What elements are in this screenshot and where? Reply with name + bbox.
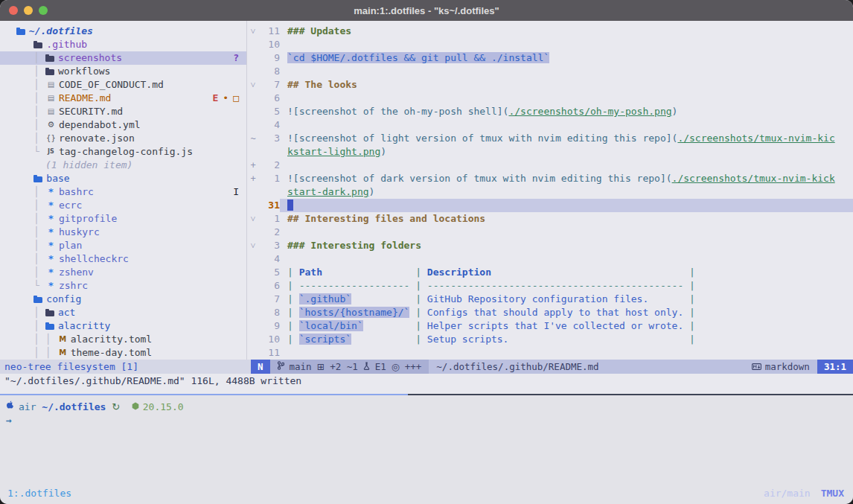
- editor-line[interactable]: 9`cd $HOME/.dotfiles && git pull && ./in…: [247, 51, 853, 65]
- editor-line[interactable]: ˅3### Interesting folders: [247, 239, 853, 252]
- editor-line-text: `cd $HOME/.dotfiles && git pull && ./ins…: [280, 51, 853, 65]
- tree-row[interactable]: │ workflows: [0, 65, 246, 78]
- tree-guides: │: [10, 105, 45, 118]
- tree-row[interactable]: │ ▤CODE_OF_CONDUCT.md: [0, 78, 246, 92]
- editor-line[interactable]: 6| ------------------- | ---------------…: [247, 279, 853, 293]
- tree-row[interactable]: │ *ecrc: [0, 199, 246, 212]
- editor-line-text: | `.github` | GitHub Repository configur…: [280, 293, 853, 306]
- tree-item-label: renovate.json: [59, 132, 135, 145]
- syntax-segment: ./screenshots/tmux-nvim-kic: [677, 133, 834, 144]
- tree-row[interactable]: │ │ Malacritty.toml: [0, 333, 246, 346]
- editor-line[interactable]: 7| `.github` | GitHub Repository configu…: [247, 293, 853, 306]
- editor-line[interactable]: 5| Path | Description |: [247, 266, 853, 279]
- syntax-segment: |: [683, 307, 695, 318]
- shell-pane[interactable]: air ~/.dotfiles ↻ 20.15.0 →: [0, 395, 853, 482]
- editor-line-text: ![screenshot of light version of tmux wi…: [280, 132, 853, 145]
- line-number: 7: [259, 78, 280, 92]
- editor-line[interactable]: ˅7## The looks: [247, 78, 853, 92]
- fold-column: [247, 346, 259, 360]
- tree-item-label: CODE_OF_CONDUCT.md: [59, 78, 164, 92]
- tree-row[interactable]: │ *huskyrc: [0, 226, 246, 239]
- tree-item-label: plan: [59, 239, 82, 252]
- statusline-filepath: ~/.dotfiles/.github/README.md: [429, 360, 744, 374]
- editor-line[interactable]: 4: [247, 118, 853, 132]
- editor-line[interactable]: 31: [247, 199, 853, 212]
- editor-line[interactable]: kstart-light.png): [247, 145, 853, 159]
- tree-row[interactable]: config: [0, 293, 246, 306]
- tree-row[interactable]: base: [0, 172, 246, 185]
- folder-icon: [45, 324, 54, 330]
- tree-row[interactable]: (1 hidden item): [0, 159, 246, 172]
- line-number: 1: [259, 172, 280, 185]
- fold-column: [247, 333, 259, 346]
- tmux-session-tab[interactable]: 1:.dotfiles: [7, 488, 71, 499]
- tree-row[interactable]: │ screenshots?: [0, 51, 246, 65]
- editor-line[interactable]: ˅1## Interesting files and locations: [247, 212, 853, 226]
- cmdline-message: "~/.dotfiles/.github/README.md" 116L, 44…: [0, 374, 853, 394]
- editor-line[interactable]: 10| `scripts` | Setup scripts. |: [247, 333, 853, 346]
- editor-line-text: kstart-light.png): [280, 145, 853, 159]
- tree-guides: │: [10, 266, 45, 279]
- tree-row[interactable]: │ *plan: [0, 239, 246, 252]
- node-icon: [132, 401, 139, 414]
- prompt-arrow[interactable]: →: [6, 414, 12, 427]
- tree-item-label: config: [46, 293, 81, 306]
- syntax-segment: |: [648, 293, 695, 304]
- fold-column: [247, 118, 259, 132]
- editor-buffer: ˅11### Updates109`cd $HOME/.dotfiles && …: [247, 21, 853, 360]
- lualine-statusline: N main ⊞ +2 ~1 E1 ◎ +++ ~/.dotfiles/.git…: [251, 360, 853, 374]
- tree-item-label: act: [58, 306, 75, 319]
- editor-line[interactable]: 10: [247, 38, 853, 51]
- editor-line[interactable]: 2: [247, 226, 853, 239]
- tree-row[interactable]: │ ▤README.mdE•□: [0, 92, 246, 105]
- editor-line[interactable]: 6: [247, 92, 853, 105]
- tree-row[interactable]: │ *bashrcI: [0, 185, 246, 199]
- tree-row[interactable]: ~/.dotfiles: [0, 25, 246, 38]
- fold-marker-icon[interactable]: ˅: [247, 78, 259, 92]
- tree-row[interactable]: │ *zshenv: [0, 266, 246, 279]
- line-number: 8: [259, 306, 280, 319]
- tree-row[interactable]: │ {}renovate.json: [0, 132, 246, 145]
- tree-guides: │: [10, 212, 45, 226]
- flask-icon: [363, 360, 370, 374]
- editor-line[interactable]: 8: [247, 65, 853, 78]
- tree-guides: └: [10, 279, 45, 293]
- fold-marker-icon[interactable]: ˅: [247, 212, 259, 226]
- editor-line[interactable]: start-dark.png): [247, 185, 853, 199]
- editor-line[interactable]: ˅11### Updates: [247, 25, 853, 38]
- tree-row[interactable]: └ JStag-changelog-config.js: [0, 145, 246, 159]
- tree-row[interactable]: .github: [0, 38, 246, 51]
- fold-marker-icon[interactable]: ˅: [247, 25, 259, 38]
- editor-line-text: [280, 65, 853, 78]
- fold-marker-icon[interactable]: ˅: [247, 239, 259, 252]
- syntax-segment: ## Interesting files and locations: [287, 213, 485, 224]
- gitsign-marker: +: [247, 159, 259, 172]
- tree-row[interactable]: │ ⚙dependabot.yml: [0, 118, 246, 132]
- tree-row[interactable]: │ │ Mtheme-day.toml: [0, 346, 246, 360]
- editor-line[interactable]: ~3![screenshot of light version of tmux …: [247, 132, 853, 145]
- star-icon: *: [45, 279, 57, 293]
- line-number: 11: [259, 346, 280, 360]
- editor-line[interactable]: 9| `local/bin` | Helper scripts that I'v…: [247, 319, 853, 333]
- window-title: main:1:.dotfiles - "ks~/.dotfiles": [0, 5, 853, 16]
- tree-row[interactable]: │ alacritty: [0, 319, 246, 333]
- extra-flags: +++: [405, 360, 422, 374]
- editor-line[interactable]: 4: [247, 252, 853, 266]
- syntax-segment: start-dark.png: [287, 186, 369, 197]
- editor-line[interactable]: 8| `hosts/{hostname}/` | Configs that sh…: [247, 306, 853, 319]
- tree-row[interactable]: └ *zshrc: [0, 279, 246, 293]
- diff-icon: ⊞: [317, 360, 325, 374]
- editor-line[interactable]: 11: [247, 346, 853, 360]
- titlebar: main:1:.dotfiles - "ks~/.dotfiles": [0, 0, 853, 21]
- editor-line[interactable]: +1![screenshot of dark version of tmux w…: [247, 172, 853, 185]
- tree-row[interactable]: │ *shellcheckrc: [0, 252, 246, 266]
- editor-line[interactable]: 5![screenshot of the oh-my-posh shell](.…: [247, 105, 853, 118]
- editor-line-text: [280, 92, 853, 105]
- editor-line-text: [280, 118, 853, 132]
- tree-row[interactable]: │ ▤SECURITY.md: [0, 105, 246, 118]
- editor-line[interactable]: +2: [247, 159, 853, 172]
- tree-item-label: tag-changelog-config.js: [59, 145, 193, 159]
- tree-row[interactable]: │ *gitprofile: [0, 212, 246, 226]
- editor-line-text: | ------------------- | ----------------…: [280, 279, 853, 293]
- tree-row[interactable]: │ act: [0, 306, 246, 319]
